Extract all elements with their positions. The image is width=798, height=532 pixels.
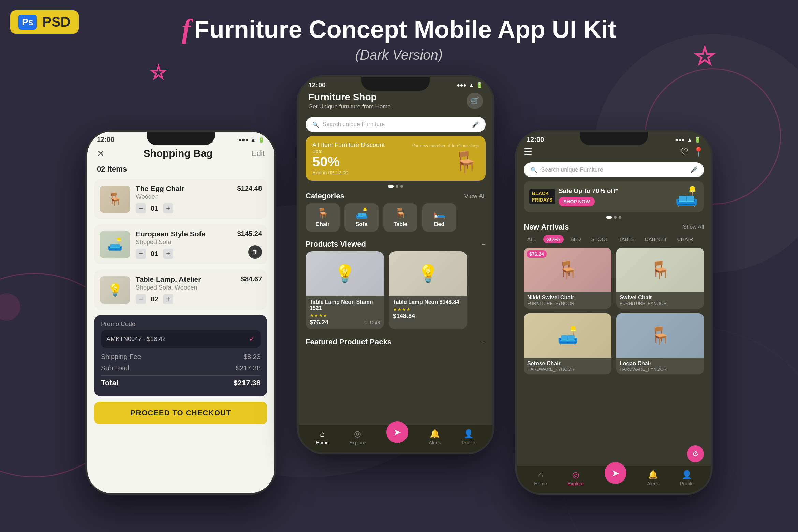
- cart-item-3: 💡 Table Lamp, Atelier Shoped Sofa, Woode…: [94, 270, 267, 310]
- phone2-search-bar[interactable]: 🔍 Search unique Furniture 🎤: [306, 117, 486, 132]
- qty-increase-btn-1[interactable]: +: [163, 203, 173, 213]
- subtotal-row: Sub Total $217.38: [101, 364, 261, 372]
- arrivals-section: New Arrivals Show All ALL SOFA BED STOOL…: [517, 221, 711, 376]
- show-all-link[interactable]: Show All: [683, 224, 704, 230]
- promo-code-input[interactable]: AMKTN0047 - $18.42 ✓: [101, 330, 261, 348]
- phone2-promo-banner: All Item Furniture Discount Upto 50% End…: [306, 136, 486, 181]
- nav-profile[interactable]: 👤 Profile: [462, 429, 475, 445]
- arrival-card-2[interactable]: 🪑 Swivel Chair FURNITURE_FYNOOR: [616, 248, 704, 309]
- mic-icon: 🎤: [472, 121, 479, 128]
- phone2-status-icons: ●●● ▲ 🔋: [457, 82, 483, 88]
- nav-home[interactable]: ⌂ Home: [316, 429, 328, 445]
- category-sofa[interactable]: 🛋️ Sofa: [344, 203, 379, 232]
- product-1-likes: ♡ 1248: [364, 320, 380, 325]
- cart-item-2-image: 🛋️: [100, 231, 130, 258]
- arrival-1-sub: FURNITURE_FYNOOR: [527, 301, 608, 306]
- sale-title: Sale Up to 70% off*: [559, 187, 671, 195]
- location-icon[interactable]: 📍: [693, 147, 704, 157]
- cart-item-3-sub: Shoped Sofa, Wooden: [136, 284, 262, 291]
- alerts-icon: 🔔: [430, 429, 440, 439]
- dot-3[interactable]: [400, 185, 403, 188]
- cart-totals: Shipping Fee $8.23 Sub Total $217.38 Tot…: [94, 348, 267, 396]
- filter-table[interactable]: TABLE: [615, 235, 638, 243]
- filter-sofa[interactable]: SOFA: [543, 235, 564, 243]
- cart-item-3-price: $84.67: [241, 275, 262, 283]
- product-2-info: Table Lamp Neon 8148.84 ★★★★ $148.84: [389, 296, 467, 323]
- categories-section-header: Categories View All: [299, 188, 492, 203]
- edit-button[interactable]: Edit: [252, 149, 265, 158]
- profile-label: Profile: [462, 440, 475, 445]
- cart-item-3-image: 💡: [100, 276, 130, 304]
- nav-center-button[interactable]: ➤: [386, 421, 408, 443]
- checkout-button[interactable]: PROCEED TO CHECKOUT: [94, 402, 267, 424]
- close-icon[interactable]: ✕: [97, 148, 104, 159]
- category-chair[interactable]: 🪑 Chair: [306, 203, 340, 232]
- filter-cabinet[interactable]: CABINET: [641, 235, 670, 243]
- cart-item-1-qty-control: − 01 +: [136, 203, 262, 213]
- dot-2[interactable]: [396, 185, 398, 188]
- shipping-row: Shipping Fee $8.23: [101, 353, 261, 361]
- product-card-2[interactable]: 💡 Table Lamp Neon 8148.84 ★★★★ $148.84: [389, 251, 467, 329]
- category-bed[interactable]: 🛏️ Bed: [422, 203, 456, 232]
- products-viewed-label: Products Viewed: [306, 240, 366, 249]
- total-label: Total: [101, 379, 118, 387]
- filter-all[interactable]: ALL: [524, 235, 540, 243]
- arrival-card-4[interactable]: 🪑 Logan Chair HARDWARE_FYNOOR: [616, 313, 704, 374]
- p3-dot-3[interactable]: [619, 216, 621, 219]
- p3-nav-profile[interactable]: 👤 Profile: [680, 470, 694, 486]
- phone1-time: 12:00: [97, 136, 114, 144]
- phone3-search-bar[interactable]: 🔍 Search unique Furniture 🎤: [524, 162, 704, 177]
- product-1-image: 💡: [306, 251, 384, 296]
- category-table[interactable]: 🪑 Table: [383, 203, 417, 232]
- qty-decrease-btn-1[interactable]: −: [136, 203, 146, 213]
- arrival-card-3[interactable]: 🛋️ Setose Chair HARDWARE_FYNOOR: [524, 313, 611, 374]
- p3-nav-center-button[interactable]: ➤: [605, 462, 626, 484]
- nav-alerts[interactable]: 🔔 Alerts: [429, 429, 441, 445]
- products-viewed-minus[interactable]: −: [482, 240, 486, 248]
- banner-right: *for new member of furniture shop 🪑: [412, 143, 479, 174]
- phone3-status-icons: ●●● ▲ 🔋: [675, 136, 701, 143]
- phone1-notch: [147, 132, 215, 145]
- filter-chair[interactable]: CHAIR: [674, 235, 697, 243]
- phone1-status-icons: ●●● ▲ 🔋: [238, 136, 265, 143]
- p3-explore-icon: ◎: [572, 470, 579, 479]
- qty-increase-btn-3[interactable]: +: [163, 294, 173, 304]
- heart-icon[interactable]: ♡: [680, 147, 688, 157]
- p3-nav-alerts[interactable]: 🔔 Alerts: [647, 470, 659, 486]
- shopping-bag-title: Shopping Bag: [104, 148, 252, 159]
- phones-container: 12:00 ●●● ▲ 🔋 ✕ Shopping Bag Edit 02 Ite…: [0, 75, 798, 495]
- home-label: Home: [316, 440, 328, 445]
- nav-explore[interactable]: ◎ Explore: [349, 429, 365, 445]
- arrival-card-1[interactable]: 🪑 $76.24 Nikki Swivel Chair FURNITURE_FY…: [524, 248, 611, 309]
- phone2-cart-button[interactable]: 🛒: [467, 93, 483, 109]
- qty-decrease-btn-2[interactable]: −: [136, 249, 146, 259]
- header-subtitle: (Dark Version): [0, 47, 798, 63]
- product-card-1[interactable]: 💡 Table Lamp Neon Stamn 1521 ★★★★ $76.24…: [306, 251, 384, 329]
- alerts-label: Alerts: [429, 440, 441, 445]
- arrivals-header: New Arrivals Show All: [524, 223, 704, 232]
- black-friday-tag: BLACKFRIDAYS: [529, 189, 555, 204]
- dot-1[interactable]: [388, 185, 394, 188]
- header-title-text: Furniture Concept Mobile App UI Kit: [194, 15, 616, 43]
- subtotal-value: $217.38: [236, 364, 261, 372]
- hamburger-menu-icon[interactable]: ☰: [524, 146, 532, 158]
- qty-decrease-btn-3[interactable]: −: [136, 294, 146, 304]
- p3-nav-home[interactable]: ⌂ Home: [534, 470, 547, 486]
- shop-now-button[interactable]: SHOP NOW: [559, 197, 595, 206]
- qty-increase-btn-2[interactable]: +: [163, 249, 173, 259]
- p3-profile-icon: 👤: [682, 470, 692, 479]
- p3-nav-explore[interactable]: ◎ Explore: [567, 470, 583, 486]
- product-1-info: Table Lamp Neon Stamn 1521 ★★★★ $76.24 ♡…: [306, 296, 384, 329]
- filter-stool[interactable]: STOOL: [588, 235, 612, 243]
- filter-fab-button[interactable]: ⚙: [687, 445, 704, 462]
- arrival-3-image: 🛋️: [524, 313, 611, 358]
- product-1-stars: ★★★★: [310, 313, 327, 318]
- setose-chair-icon: 🛋️: [557, 326, 578, 345]
- p3-dot-1[interactable]: [606, 216, 612, 219]
- p3-dot-2[interactable]: [614, 216, 617, 219]
- delete-item-2-button[interactable]: 🗑: [248, 245, 262, 259]
- featured-minus[interactable]: −: [482, 338, 486, 346]
- view-all-link[interactable]: View All: [464, 193, 486, 200]
- nikki-chair-icon: 🪑: [557, 260, 578, 280]
- filter-bed[interactable]: BED: [567, 235, 585, 243]
